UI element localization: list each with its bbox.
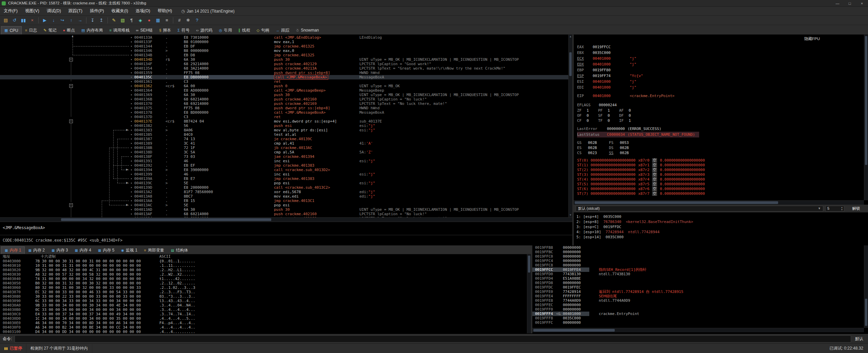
disasm-row[interactable]: 0040137D.C3ret: [0, 115, 568, 119]
disasm-row[interactable]: −0040137E<cr$8B7424 04mov esi,dword ptr …: [0, 119, 568, 124]
disasm-row[interactable]: 0040138B.72 1Fjb crackme.4013AC: [0, 146, 568, 150]
register-row[interactable]: EBX0035C000: [577, 50, 864, 56]
dump-row[interactable]: 0040304074 31 00 00 00 00 00 34 32 00 00…: [0, 277, 527, 281]
dump-row[interactable]: 004030209B 32 00 00 48 32 00 00 4C 31 00…: [0, 268, 527, 272]
disasm-row[interactable]: 004013A8.8BC7mov eax,ediedi:"j": [0, 194, 568, 199]
pause-button[interactable]: ▮▮: [19, 17, 27, 24]
tab-log[interactable]: ≡日志: [22, 26, 40, 34]
tab-source[interactable]: ‹›源代码: [193, 26, 215, 34]
register-row[interactable]: ESP0019FF74"Yc{v": [577, 73, 864, 79]
references-button[interactable]: ≡: [163, 17, 171, 24]
stack-row[interactable]: 0019FFD4E51A08BE: [532, 276, 864, 281]
disassembly-vscrollbar[interactable]: ▲ ▼: [568, 35, 572, 217]
stack-row[interactable]: 0019FFF4<&00401000crackme.EntryPoint: [532, 312, 864, 316]
dump-row[interactable]: 004030B00C 33 00 00 34 00 00 00 34 00 00…: [0, 308, 527, 312]
minimize-icon[interactable]: —: [831, 0, 844, 6]
fpu-register-row[interactable]: ST(4) 00000000000000000000x87r4空0.000000…: [577, 177, 864, 182]
disasm-row[interactable]: 0040138D.3C 5Acmp al,5A5A:'Z': [0, 150, 568, 154]
dump-row[interactable]: 0040308030 33 00 00 22 33 00 00 00 33 00…: [0, 294, 527, 299]
tab-snowman[interactable]: ☃Snowman: [293, 26, 322, 34]
disasm-row[interactable]: 0040134B.EB D8jmp crackme.401325: [0, 53, 568, 57]
disasm-row[interactable]: 00401391.46inc esiesi:"j": [0, 159, 568, 163]
register-row[interactable]: EDX00401000"j": [577, 61, 864, 67]
disasm-row[interactable]: 00401375.FF75 08push dword ptr ss:[ebp+8…: [0, 106, 568, 110]
tab-breakpoints[interactable]: ●断点: [60, 26, 78, 34]
tab-trace[interactable]: →跟踪: [273, 26, 292, 34]
close-debuggee-button[interactable]: ×: [28, 17, 36, 24]
fpu-register-row[interactable]: ST(1) 00000000000000000000x87r1空0.000000…: [577, 163, 864, 168]
stack-row[interactable]: 0019FFE077428914返回到 ntdll.77428914 自 ntd…: [532, 290, 864, 294]
disasm-row[interactable]: 0040138F.73 03jae crackme.401394: [0, 154, 568, 159]
argument-row[interactable]: 5: [esp+14] 0035C000: [576, 235, 868, 240]
tab-dump2[interactable]: ▦内存 2: [25, 246, 48, 254]
menu-item-1[interactable]: 视图(V): [21, 7, 43, 15]
help-button[interactable]: ?: [193, 17, 201, 24]
register-row[interactable]: EDI00401000"j": [577, 85, 864, 90]
comment-button[interactable]: ¶: [127, 17, 136, 24]
menu-item-0[interactable]: 文件(F): [0, 7, 21, 15]
register-row[interactable]: ECX00401000"j": [577, 56, 864, 61]
disasm-row[interactable]: 00401382.56push esiesi:"j": [0, 124, 568, 128]
tab-dump1[interactable]: ▦内存 1: [1, 246, 25, 254]
run-button[interactable]: ▶: [41, 17, 49, 24]
dump-row[interactable]: 0040301010 31 00 00 31 31 00 00 00 00 00…: [0, 263, 527, 268]
disasm-row[interactable]: 00401378.E8 BD000000call <JMP.&MessageBo…: [0, 110, 568, 115]
stepper-arrows-icon[interactable]: ▲▼: [841, 206, 843, 211]
dump-row[interactable]: 00403100D4 34 00 00 DD 34 00 00 00 00 00…: [0, 330, 527, 334]
stack-row[interactable]: 0019FFC000000000: [532, 254, 864, 259]
eflags-row[interactable]: EFLAGS00000244: [577, 102, 864, 108]
dump-row[interactable]: 00403030A8 32 00 00 57 32 00 00 58 32 00…: [0, 272, 527, 277]
disasm-row[interactable]: 00401394>E8 39000000call <crackme.sub_40…: [0, 168, 568, 172]
disasm-row[interactable]: 004013A2.81F7 78560000xor edi,5678edi:"j…: [0, 190, 568, 194]
segment-row[interactable]: GS002BFS0053: [577, 140, 864, 145]
disasm-row[interactable]: 00401389.3C 41cmp al,4141:'A': [0, 141, 568, 146]
disasm-row[interactable]: 00401385.84C0test al,al: [0, 132, 568, 137]
disasm-row[interactable]: 00401364.E8 AD000000call <JMP.&MessageBe…: [0, 88, 568, 93]
step-into-button[interactable]: ↓: [50, 17, 58, 24]
assemble-button[interactable]: ✎: [110, 17, 118, 24]
tab-seh[interactable]: ∞SEH链: [133, 26, 156, 34]
stack-row[interactable]: 0019FFEC00000000: [532, 303, 864, 307]
tab-struct[interactable]: ▤结构体: [167, 246, 191, 254]
register-row[interactable]: ESI00401000"j": [577, 79, 864, 85]
registers-hscroll-thumb[interactable]: [575, 201, 778, 204]
disasm-row[interactable]: 00401369.6A 30push 30UINT uType = MB_OK …: [0, 93, 568, 97]
command-profile[interactable]: 默认: [855, 336, 863, 342]
tab-dump4[interactable]: ▦内存 4: [71, 246, 94, 254]
dump-row[interactable]: 004030906C 33 00 00 34 33 00 00 34 33 00…: [0, 299, 527, 303]
disasm-row[interactable]: 0040134F.68 29214000push crackme.402129L…: [0, 62, 568, 66]
command-input[interactable]: [15, 335, 851, 342]
argument-row[interactable]: 4: [esp+10] 77428944 ntdll.77428944: [576, 229, 868, 235]
registers-panel[interactable]: 隐藏FPU EAX0019FFCCEBX0035C000ECX00401000"…: [574, 35, 864, 200]
fold-toggle-icon[interactable]: −: [69, 203, 73, 207]
last-status-row[interactable]: LastStatusC0000034(STATUS_OBJECT_NAME_NO…: [577, 132, 699, 137]
fpu-register-row[interactable]: ST(5) 00000000000000000000x87r5空0.000000…: [577, 182, 864, 187]
fpu-register-row[interactable]: ST(2) 00000000000000000000x87r2空0.000000…: [577, 168, 864, 172]
stack-vscrollbar[interactable]: [864, 245, 868, 328]
stack-row[interactable]: 0019FFD07743B130ntdll.7743B130: [532, 272, 864, 276]
tab-cpu[interactable]: ▦CPU: [1, 26, 22, 34]
fold-toggle-icon[interactable]: −: [69, 58, 73, 61]
disasm-row[interactable]: 0040133A.E8 73010000call <JMP.&EndDialog…: [0, 35, 568, 40]
disasm-row[interactable]: 004013AD.6A 30push 30UINT uType = MB_OK …: [0, 207, 568, 212]
trace-over-button[interactable]: ↥: [97, 17, 105, 24]
disasm-row[interactable]: 0040133F.B8 01000000mov eax,1: [0, 40, 568, 44]
trace-into-button[interactable]: ↧: [88, 17, 97, 24]
dump-row[interactable]: 004030A09B 33 00 00 34 00 00 00 30 34 00…: [0, 303, 527, 308]
segment-row[interactable]: CS0023SS002B: [577, 150, 864, 155]
menu-item-6[interactable]: 选项(O): [132, 7, 154, 15]
tab-threads[interactable]: ∥线程: [235, 26, 253, 34]
fpu-register-row[interactable]: ST(7) 00000000000000000000x87r7空0.000000…: [577, 191, 864, 196]
disasm-row[interactable]: −0040134Dr$6A 30push 30UINT uType = MB_O…: [0, 57, 568, 62]
dump-vscroll-thumb[interactable]: [528, 256, 530, 273]
dump-row[interactable]: 004030D01C 34 00 00 34 00 00 00 34 00 00…: [0, 316, 527, 321]
argument-count-stepper[interactable]: 5 ▲▼: [825, 206, 844, 211]
disasm-row[interactable]: −00401362<cr$6A 00push 0UINT uType = MB_…: [0, 84, 568, 88]
stack-row[interactable]: 0019FFD800000000: [532, 281, 864, 285]
fold-toggle-icon[interactable]: −: [69, 84, 73, 88]
menu-item-5[interactable]: 收藏夹(I): [108, 7, 132, 15]
dump-row[interactable]: 004030E046 34 00 00 70 34 00 00 8D 34 00…: [0, 321, 527, 325]
disasm-row[interactable]: 00401346>B8 00000000mov eax,0: [0, 49, 568, 53]
tab-notes[interactable]: ✎笔记: [40, 26, 59, 34]
disasm-row[interactable]: 00401354.68 3A214000push crackme.40213AL…: [0, 66, 568, 71]
